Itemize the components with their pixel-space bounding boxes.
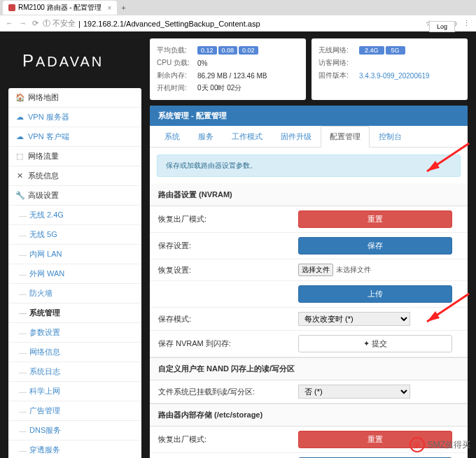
content-box: 系统管理 - 配置管理 系统 服务 工作模式 固件升级 配置管理 控制台 保存或…: [150, 106, 468, 458]
sidebar-sub-adblock[interactable]: 广告管理: [8, 401, 141, 421]
home-icon: 🏠: [15, 93, 24, 102]
section-nvram: 路由器设置 (NVRAM): [150, 184, 468, 206]
sidebar-sub-24g[interactable]: 无线 2.4G: [8, 206, 141, 225]
shuffle-icon: ✕: [15, 171, 24, 180]
nvram-reset-button[interactable]: 重置: [298, 210, 452, 228]
watermark: 值 SMZ值得买: [410, 437, 470, 452]
section-nand: 自定义用户在 NAND 闪存上的读/写分区: [150, 357, 468, 380]
tab-title: RM2100 路由器 - 配置管理: [18, 3, 102, 13]
sidebar-item-map[interactable]: 🏠网络地图: [8, 88, 141, 108]
tab-system[interactable]: 系统: [155, 126, 189, 148]
status-box-system: 平均负载:0.120.080.02 CPU 负载:0% 剩余内存:86.29 M…: [150, 38, 306, 100]
sidebar-item-traffic[interactable]: ⬚网络流量: [8, 147, 141, 166]
status-box-wireless: 无线网络:2.4G5G 访客网络: 固件版本:3.4.3.9-099_20200…: [312, 38, 468, 100]
tabs: 系统 服务 工作模式 固件升级 配置管理 控制台: [150, 126, 468, 148]
tab-firmware[interactable]: 固件升级: [272, 126, 321, 148]
new-tab-icon[interactable]: +: [121, 3, 125, 12]
sidebar-sub-firewall[interactable]: 防火墙: [8, 284, 141, 303]
sidebar-sub-netinfo[interactable]: 网络信息: [8, 343, 141, 362]
tab-config[interactable]: 配置管理: [321, 126, 370, 148]
sidebar-sub-sysmgmt[interactable]: 系统管理: [8, 303, 141, 323]
favicon: [8, 4, 15, 11]
tab-close-icon[interactable]: ×: [107, 4, 111, 12]
window-icon: ⬚: [15, 152, 24, 161]
sidebar-item-vpn-client[interactable]: ☁VPN 客户端: [8, 127, 141, 147]
nvram-upload-button[interactable]: 上传: [298, 285, 452, 303]
security-warn: ① 不安全: [43, 18, 76, 29]
log-button[interactable]: Log: [429, 21, 455, 32]
cloud-icon: ☁: [15, 113, 24, 122]
sidebar-sub-syslog[interactable]: 系统日志: [8, 362, 141, 382]
nvram-file-button[interactable]: 选择文件: [298, 264, 333, 276]
nav-back-icon[interactable]: ←: [6, 19, 13, 28]
sidebar-item-sysinfo[interactable]: ✕系统信息: [8, 166, 141, 186]
sidebar-item-advanced[interactable]: 🔧高级设置: [8, 186, 141, 206]
logo: PADAVAN: [8, 38, 141, 88]
sidebar-item-vpn-server[interactable]: ☁VPN 服务器: [8, 108, 141, 127]
browser-tab[interactable]: RM2100 路由器 - 配置管理 ×: [3, 1, 117, 15]
nvram-save-button[interactable]: 保存: [298, 237, 452, 255]
section-storage: 路由器内部存储 (/etc/storage): [150, 403, 468, 427]
sidebar-sub-proxy[interactable]: 科学上网: [8, 382, 141, 401]
alert-info: 保存或加载路由器设置参数。: [157, 155, 461, 177]
tab-services[interactable]: 服务: [189, 126, 223, 148]
menu-icon[interactable]: ⋮: [463, 19, 470, 28]
sidebar-sub-tunnel[interactable]: 穿透服务: [8, 441, 141, 458]
save-mode-select[interactable]: 每次改变时 (*): [298, 312, 410, 326]
nav-reload-icon[interactable]: ⟳: [32, 19, 38, 28]
sidebar-sub-wan[interactable]: 外网 WAN: [8, 264, 141, 284]
sidebar-sub-lan[interactable]: 内网 LAN: [8, 245, 141, 264]
fs-mount-select[interactable]: 否 (*): [298, 385, 410, 399]
nvram-commit-button[interactable]: ✦ 提交: [298, 335, 452, 352]
page-header: 系统管理 - 配置管理: [150, 106, 468, 126]
nav-fwd-icon[interactable]: →: [19, 19, 27, 28]
tab-workmode[interactable]: 工作模式: [223, 126, 272, 148]
sidebar: 🏠网络地图 ☁VPN 服务器 ☁VPN 客户端 ⬚网络流量 ✕系统信息 🔧高级设…: [8, 88, 141, 458]
cloud-icon: ☁: [15, 132, 24, 141]
watermark-icon: 值: [410, 437, 425, 452]
url-text: 192.168.2.1/Advanced_SettingBackup_Conte…: [83, 20, 260, 28]
address-bar[interactable]: ① 不安全 | 192.168.2.1/Advanced_SettingBack…: [43, 18, 421, 29]
sidebar-sub-params[interactable]: 参数设置: [8, 323, 141, 343]
tab-console[interactable]: 控制台: [370, 126, 411, 148]
wrench-icon: 🔧: [15, 191, 24, 200]
firmware-link[interactable]: 3.4.3.9-099_20200619: [359, 72, 430, 80]
sidebar-sub-5g[interactable]: 无线 5G: [8, 225, 141, 245]
sidebar-sub-dns[interactable]: DNS服务: [8, 421, 141, 441]
